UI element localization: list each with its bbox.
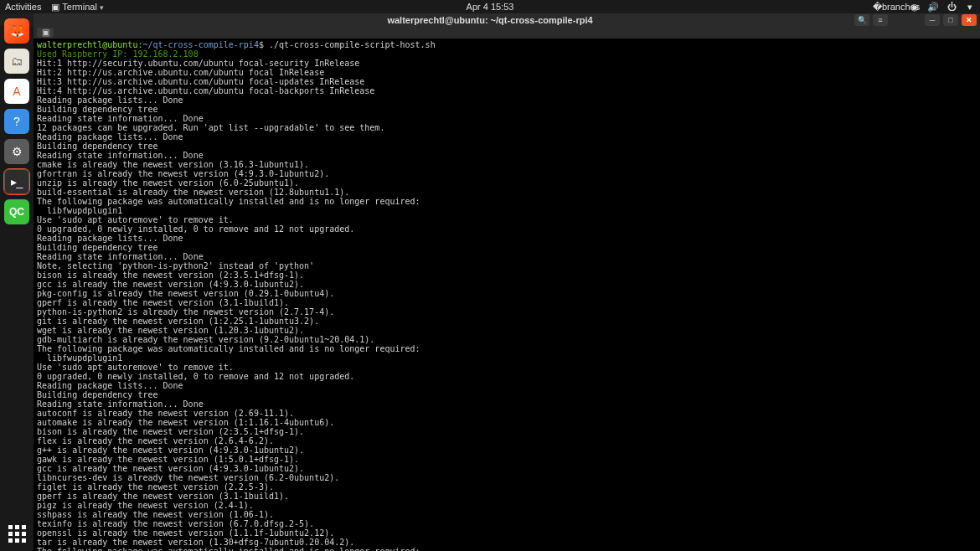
prompt-command: ./qt-cross-compile-script-host.sh — [269, 40, 436, 49]
search-icon: 🔍 — [858, 16, 867, 24]
used-ip-line: Used Raspberry IP: 192.168.2.108 — [37, 49, 199, 59]
prompt-dollar: $ — [259, 40, 269, 49]
dock-software[interactable]: A — [4, 79, 29, 104]
power-icon: ⏻ — [946, 2, 957, 12]
new-tab-button[interactable]: ▣ — [37, 28, 54, 38]
dock-show-applications[interactable] — [4, 521, 29, 546]
close-icon: ✕ — [966, 16, 972, 24]
clock[interactable]: Apr 4 15:53 — [467, 2, 514, 12]
search-button[interactable]: 🔍 — [854, 14, 869, 26]
hamburger-menu-button[interactable]: ≡ — [873, 14, 888, 26]
minimize-icon: ─ — [930, 16, 935, 24]
firefox-icon: 🦊 — [10, 24, 24, 38]
dock-settings[interactable]: ⚙ — [4, 139, 29, 164]
caret-down-icon: ▾ — [965, 2, 975, 12]
dock-firefox[interactable]: 🦊 — [4, 18, 29, 44]
maximize-icon: □ — [948, 16, 952, 24]
network-icon: ◉ — [910, 2, 920, 12]
software-icon: A — [13, 85, 20, 98]
activities-button[interactable]: Activities — [5, 2, 41, 12]
minimize-button[interactable]: ─ — [925, 14, 940, 26]
qc-icon-label: QC — [9, 206, 24, 218]
prompt-userhost: walterprechtl@ubuntu: — [37, 40, 142, 49]
window-title: walterprechtl@ubuntu: ~/qt-cross-compile… — [387, 15, 592, 25]
dock-files[interactable]: 🗂 — [4, 49, 29, 74]
settings-icon: ⚙ — [12, 145, 23, 158]
terminal-viewport[interactable]: walterprechtl@ubuntu:~/qt-cross-compile-… — [34, 39, 980, 551]
dock-qc[interactable]: QC — [4, 199, 29, 224]
gnome-topbar: Activities ▣ Terminal Apr 4 15:53 �branc… — [0, 0, 980, 13]
new-tab-icon: ▣ — [42, 28, 49, 37]
close-button[interactable]: ✕ — [962, 14, 977, 26]
network-icon: �branches — [891, 2, 901, 12]
dock: 🦊 🗂 A ? ⚙ ▸_ QC — [0, 13, 34, 551]
prompt-path: ~/qt-cross-compile-rpi4 — [142, 40, 258, 49]
help-icon: ? — [13, 115, 20, 128]
dock-help[interactable]: ? — [4, 109, 29, 134]
terminal-output: Hit:1 http://security.ubuntu.com/ubuntu … — [37, 59, 420, 551]
terminal-tabbar: ▣ — [34, 26, 980, 39]
focused-app-label: Terminal — [62, 2, 97, 12]
volume-icon: 🔊 — [928, 2, 938, 12]
apps-grid-icon — [8, 525, 26, 543]
menu-icon: ≡ — [878, 16, 882, 24]
terminal-menu-icon: ▣ — [51, 2, 59, 12]
terminal-icon: ▸_ — [11, 175, 23, 188]
maximize-button[interactable]: □ — [943, 14, 958, 26]
files-icon: 🗂 — [11, 54, 23, 68]
dock-terminal[interactable]: ▸_ — [4, 169, 29, 194]
focused-app-menu[interactable]: ▣ Terminal — [51, 2, 104, 13]
window-titlebar: walterprechtl@ubuntu: ~/qt-cross-compile… — [0, 13, 980, 26]
system-tray[interactable]: �branches ◉ 🔊 ⏻ ▾ — [891, 2, 975, 12]
